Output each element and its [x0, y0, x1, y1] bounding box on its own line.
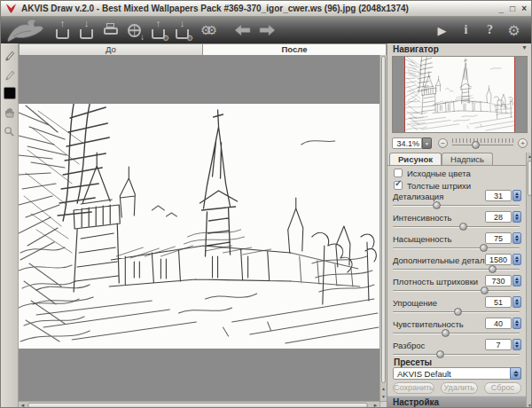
- checkbox-thick-strokes[interactable]: ✓ Толстые штрихи: [394, 180, 471, 191]
- spinner[interactable]: [512, 275, 521, 286]
- scroll-down-icon[interactable]: ▼: [381, 393, 386, 401]
- spinner[interactable]: [512, 211, 521, 223]
- tab-before[interactable]: До: [19, 43, 203, 55]
- undo-button[interactable]: [231, 20, 254, 41]
- preferences-button[interactable]: ⚙: [502, 20, 526, 41]
- hscroll-thumb[interactable]: [27, 403, 368, 408]
- zoom-slider-thumb[interactable]: [472, 141, 480, 149]
- save-image-button[interactable]: ↓: [74, 20, 98, 41]
- panel-scrollbar[interactable]: ▲ ▼: [526, 153, 532, 408]
- checkbox-box-checked[interactable]: ✓: [394, 181, 403, 190]
- value-field[interactable]: 730: [485, 275, 512, 286]
- value-field[interactable]: 1580: [485, 254, 512, 265]
- checkbox-original-colors[interactable]: Исходные цвета: [394, 168, 471, 178]
- value-field[interactable]: 31: [485, 190, 512, 201]
- zoom-tool-button[interactable]: [3, 124, 17, 138]
- zoom-value-field[interactable]: 34.1%: [392, 137, 422, 149]
- spinner[interactable]: [512, 232, 521, 244]
- value-field[interactable]: 28: [485, 211, 512, 223]
- close-button[interactable]: ×: [521, 3, 527, 15]
- slider-thumb[interactable]: [442, 329, 450, 337]
- thumbnail-gutter-left: [393, 57, 404, 132]
- vertical-scrollbar[interactable]: ▲ ▼: [379, 55, 387, 401]
- help-icon: ?: [487, 23, 493, 37]
- result-image[interactable]: [19, 104, 379, 349]
- slider-track[interactable]: [393, 205, 520, 207]
- settings-section-header[interactable]: Настройка: [387, 396, 532, 408]
- run-button[interactable]: ▶: [430, 20, 454, 41]
- spinner[interactable]: [512, 318, 521, 329]
- eraser-pencil-icon: [4, 69, 15, 81]
- eraser-tool-button[interactable]: [3, 67, 17, 82]
- import-presets-button[interactable]: ↑⚙: [146, 20, 170, 41]
- slider-thumb[interactable]: [436, 350, 444, 358]
- slider-track[interactable]: [393, 354, 520, 356]
- scroll-up-icon[interactable]: ▲: [381, 385, 386, 393]
- export-presets-button[interactable]: ↓⚙: [170, 20, 194, 41]
- batch-processing-button[interactable]: ⚙⚙: [194, 20, 218, 41]
- slider-track[interactable]: [393, 311, 520, 313]
- navigator-thumbnail[interactable]: [392, 56, 528, 133]
- slider-thumb[interactable]: [489, 265, 497, 273]
- checkbox-box[interactable]: [394, 169, 403, 177]
- minimize-button[interactable]: _: [499, 3, 505, 15]
- spinner[interactable]: [512, 190, 521, 201]
- spinner[interactable]: [512, 339, 521, 350]
- spinner[interactable]: [512, 296, 521, 308]
- collapse-icon[interactable]: ▼: [521, 44, 528, 51]
- vscroll-thumb[interactable]: [381, 56, 386, 383]
- scroll-right-icon[interactable]: ►: [372, 402, 379, 408]
- maximize-button[interactable]: □: [510, 3, 515, 15]
- open-image-button[interactable]: ↑: [51, 20, 74, 41]
- zoom-out-button[interactable]: −: [438, 138, 448, 148]
- slider-track[interactable]: [393, 226, 520, 228]
- scroll-up-icon[interactable]: ▲: [527, 153, 532, 160]
- value-field[interactable]: 51: [485, 296, 512, 308]
- tab-drawing[interactable]: Рисунок: [389, 153, 442, 165]
- zoom-slider[interactable]: [452, 138, 513, 149]
- slider-simplification: Упрощение 51: [393, 297, 521, 318]
- spinner[interactable]: [512, 254, 521, 265]
- publish-web-button[interactable]: ↓: [122, 20, 146, 41]
- value-field[interactable]: 7: [485, 339, 512, 350]
- preset-dropdown-icon[interactable]: [510, 367, 521, 380]
- parameter-tabs: Рисунок Надпись: [389, 153, 493, 165]
- slider-thumb[interactable]: [481, 286, 489, 294]
- horizontal-scrollbar[interactable]: ◄ ►: [19, 401, 379, 408]
- print-button[interactable]: [98, 20, 122, 41]
- zoom-in-button[interactable]: +: [518, 138, 528, 148]
- slider-track[interactable]: [393, 290, 520, 292]
- scroll-down-icon[interactable]: ▼: [527, 402, 532, 408]
- redo-button[interactable]: [254, 20, 278, 41]
- preset-reset-button[interactable]: Сброс: [484, 382, 521, 394]
- scroll-left-icon[interactable]: ◄: [19, 402, 27, 408]
- value-field[interactable]: 40: [485, 318, 512, 329]
- slider-thumb[interactable]: [459, 223, 467, 231]
- slider-thumb[interactable]: [433, 201, 441, 209]
- hand-icon: [4, 106, 15, 118]
- tab-text[interactable]: Надпись: [442, 153, 493, 165]
- pscroll-thumb[interactable]: [528, 161, 532, 196]
- slider-track[interactable]: [393, 269, 520, 271]
- slider-thumb[interactable]: [480, 244, 488, 252]
- tab-after[interactable]: После: [203, 43, 387, 55]
- navigator-header: Навигатор ▼: [387, 43, 532, 55]
- help-button[interactable]: ?: [478, 20, 502, 41]
- zoom-dropdown-icon[interactable]: ▼: [422, 137, 432, 149]
- preset-save-button[interactable]: Сохранить: [393, 382, 434, 394]
- draw-tool-button[interactable]: [3, 48, 17, 62]
- title-bar: AKVIS Draw v.2.0 - Best Mixed Wallpapers…: [1, 1, 531, 17]
- slider-thumb[interactable]: [454, 308, 462, 316]
- image-canvas[interactable]: ◄ ► ▲ ▼: [19, 55, 387, 408]
- hand-tool-button[interactable]: [3, 105, 17, 119]
- slider-track[interactable]: [393, 247, 520, 249]
- slider-track[interactable]: [393, 333, 520, 334]
- preset-delete-button[interactable]: Удалить: [441, 382, 478, 394]
- stroke-color-swatch[interactable]: [4, 87, 16, 99]
- preset-select[interactable]: AKVIS Default: [393, 367, 521, 380]
- check-icon: ✓: [395, 178, 402, 188]
- app-window: AKVIS Draw v.2.0 - Best Mixed Wallpapers…: [0, 0, 532, 408]
- value-field[interactable]: 75: [485, 232, 512, 244]
- navigator-frame[interactable]: [404, 57, 515, 132]
- about-button[interactable]: i: [454, 20, 478, 41]
